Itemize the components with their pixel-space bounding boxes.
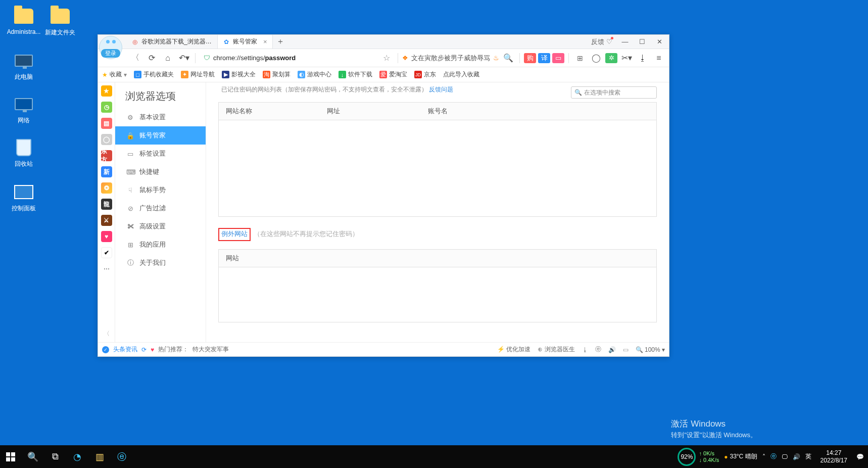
status-zoom[interactable]: 🔍 100% ▾ [636,346,665,353]
search-button[interactable]: 🔍 [501,51,515,65]
toolbar-refresh-ring-button[interactable]: ◯ [589,51,603,65]
taskbar: 🔍 ⧉ ◔ ▥ ⓔ 92% ↑ 0K/s ↓ 0.4K/s ● 33°C 晴朗 … [0,445,868,468]
refresh-button[interactable]: ⟳ [144,51,159,65]
tray-sound-icon[interactable]: 🔊 [793,453,800,460]
browser-window: 登录 ◎ 谷歌浏览器下载_浏览器官网入 ✿ 账号管家 × ＋ 反馈 ♡ — ☐ … [98,34,669,357]
desktop-icon-newfolder[interactable]: 新建文件夹 [41,6,79,37]
desktop-icon-label: 回收站 [5,160,42,168]
news-headline[interactable]: ❖ 文在寅散步被男子威胁辱骂 ♨ [402,54,499,63]
toolbar-wechat-icon[interactable]: ✲ [605,53,617,63]
bookmark-item[interactable]: ↓软件下载 [339,70,372,79]
settings-title: 浏览器选项 [115,82,206,108]
tray-battery-icon[interactable]: 🖵 [782,453,788,460]
rail-game2-icon[interactable]: 龍 [101,199,112,210]
news-badge-icon[interactable]: ✓ [102,346,109,353]
window-maximize-button[interactable]: ☐ [635,36,650,48]
login-avatar-button[interactable]: 登录 [99,36,122,59]
tray-browser-icon[interactable]: ⓔ [770,452,777,461]
taskbar-edge-app[interactable]: ⓔ [115,450,128,463]
desktop-icon-recycle-bin[interactable]: 回收站 [5,137,42,168]
sidebar-item-apps[interactable]: ⊞我的应用 [115,236,206,254]
rail-eastday-icon[interactable]: 东方 [101,150,112,161]
taskbar-perf-widget[interactable]: 92% ↑ 0K/s ↓ 0.4K/s [678,448,719,466]
bookmark-item[interactable]: JD京东 [414,70,436,79]
rail-new-icon[interactable]: 新 [101,166,112,177]
sidebar-item-shortcuts[interactable]: ⌨快捷键 [115,163,206,181]
rail-game1-icon[interactable]: ❂ [101,182,112,194]
url-box[interactable]: 🛡 chrome://settings/password [200,52,377,65]
rail-more-icon[interactable]: ⋯ [101,263,112,274]
bookmark-item[interactable]: 爱爱淘宝 [379,70,407,79]
tray-chevron-icon[interactable]: ˄ [762,453,765,460]
rail-game3-icon[interactable]: ⚔ [101,215,112,226]
sidebar-item-tabs[interactable]: ▭标签设置 [115,145,206,163]
sidebar-item-advanced[interactable]: ✀高级设置 [115,217,206,236]
sidebar-item-basic[interactable]: ⚙基本设置 [115,108,206,126]
desktop-icon-admin[interactable]: Administra... [5,6,42,35]
tab-account-manager[interactable]: ✿ 账号管家 × [218,35,273,49]
login-label: 登录 [101,49,120,58]
settings-search-input[interactable]: 🔍 在选项中搜索 [571,86,657,99]
taskbar-search-button[interactable]: 🔍 [26,450,39,463]
feedback-link[interactable]: 反馈问题 [429,86,453,93]
status-optimize-button[interactable]: ⚡ 优化加速 [497,345,531,354]
bookmark-item[interactable]: □手机收藏夹 [134,70,174,79]
status-download-icon[interactable]: ⭳ [582,346,588,353]
tray-ime[interactable]: 英 [805,452,811,461]
taskbar-weather[interactable]: ● 33°C 晴朗 [724,452,757,461]
sidebar-item-gestures[interactable]: ☟鼠标手势 [115,181,206,199]
bookmark-item[interactable]: ✦网址导航 [181,70,215,79]
feedback-button[interactable]: 反馈 ♡ [591,37,612,46]
toolbar-game-icon[interactable]: ▭ [552,53,564,63]
sidebar-item-adblock[interactable]: ⊘广告过滤 [115,199,206,217]
desktop-icon-this-pc[interactable]: 此电脑 [5,51,42,81]
status-window-icon[interactable]: ▭ [623,346,629,353]
toolbar-shopping-icon[interactable]: 购 [524,53,536,63]
rail-nike-icon[interactable]: ✔ [101,247,112,258]
status-ie-mode-icon[interactable]: ⓔ [595,345,601,354]
bookmark-item[interactable]: ◐游戏中心 [298,70,331,79]
status-sound-icon[interactable]: 🔊 [608,346,616,353]
status-news-link[interactable]: 头条资讯 [113,345,137,354]
tab-chrome-download[interactable]: ◎ 谷歌浏览器下载_浏览器官网入 [126,35,218,49]
rail-clock-icon[interactable]: ◷ [101,102,112,113]
tab-title: 账号管家 [233,37,257,46]
taskbar-explorer-app[interactable]: ▥ [93,450,106,463]
bookmark-item[interactable]: 淘聚划算 [263,70,291,79]
rail-favorites-icon[interactable]: ★ [101,85,112,97]
bookmark-import-link[interactable]: 点此导入收藏 [443,70,479,79]
taskbar-clock[interactable]: 14:27 2022/8/17 [816,449,851,464]
toolbar-download-button[interactable]: ⭳ [636,51,650,65]
rail-history-icon[interactable]: ◯ [101,134,112,145]
rail-doc-icon[interactable]: ▤ [101,118,112,129]
toolbar-menu-button[interactable]: ≡ [652,51,666,65]
toolbar-apps-button[interactable]: ⊞ [573,51,587,65]
desktop-icon-network[interactable]: 网络 [5,94,42,125]
toolbar-translate-icon[interactable]: 译 [538,53,550,63]
tab-close-icon[interactable]: × [263,38,267,45]
back-button[interactable]: 〈 [128,51,142,65]
undo-button[interactable]: ↶▾ [177,51,191,65]
bookmark-star-button[interactable]: ☆ [379,51,394,65]
home-button[interactable]: ⌂ [161,51,175,65]
taskbar-browser-app[interactable]: ◔ [71,450,84,463]
sidebar-item-account[interactable]: 🔒账号管家 [115,126,206,145]
bookmarks-fav-button[interactable]: ★ 收藏 ▾ [102,70,127,79]
svg-rect-2 [6,457,10,461]
status-hot-item[interactable]: 特大突发军事 [192,345,229,354]
rail-heart-icon[interactable]: ♥ [101,231,112,242]
window-close-button[interactable]: ✕ [652,36,667,48]
rail-expand-button[interactable]: 〈 [98,330,115,338]
tray-notifications-icon[interactable]: 💬 [856,453,864,460]
desktop-icon-control-panel[interactable]: 控制面板 [5,182,42,213]
bookmark-item[interactable]: ▶影视大全 [222,70,256,79]
window-minimize-button[interactable]: — [617,36,633,48]
desktop-icon-label: Administra... [5,28,42,35]
sidebar-item-about[interactable]: ⓘ关于我们 [115,254,206,272]
toolbar-screenshot-button[interactable]: ✂▾ [619,51,634,65]
refresh-icon[interactable]: ⟳ [141,346,147,353]
status-doctor-button[interactable]: ⊕ 浏览器医生 [538,345,574,354]
taskbar-taskview-button[interactable]: ⧉ [49,450,62,463]
new-tab-button[interactable]: ＋ [273,35,288,49]
start-button[interactable] [4,450,17,463]
